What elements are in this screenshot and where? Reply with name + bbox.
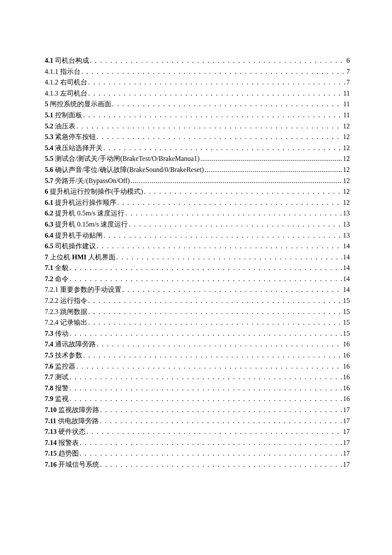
toc-entry-title: 开城信号系统 [58, 461, 100, 468]
toc-entry-title: 报警表 [58, 439, 80, 446]
toc-entry-number: 7.8 [45, 385, 55, 392]
toc-entry: 7.8 报警16 [45, 385, 350, 396]
toc-entry-page: 11 [343, 112, 350, 119]
toc-leader-dots [83, 112, 343, 119]
toc-entry-title: 测试合/测试关/手动闸(BrakeTest/O/BrakeManua1) [55, 155, 200, 162]
toc-entry: 5.6 确认声音/零位/确认故障(BrakeSound/0/BrakeReset… [45, 166, 350, 177]
toc-leader-dots [125, 210, 342, 217]
toc-entry: 6.5 司机操作建议14 [45, 243, 350, 254]
toc-entry-page: 17 [342, 450, 350, 457]
toc-entry: 7.5 技术参数16 [45, 352, 350, 363]
toc-entry-number: 7.10 [45, 407, 58, 413]
toc-entry: 7.10 监视故障旁路17 [45, 407, 350, 418]
toc-entry-title: 监视故障旁路 [58, 407, 100, 413]
toc-leader-dots [86, 428, 342, 435]
toc-entry-number: 7.3 [45, 330, 55, 337]
toc-entry-title: 司机操作建议 [55, 243, 97, 250]
toc-leader-dots [144, 188, 342, 195]
toc-leader-dots [69, 264, 342, 271]
toc-entry-number: 7.11 [45, 418, 58, 424]
toc-entry: 7.13 硬件状态17 [45, 428, 350, 439]
toc-leader-dots [112, 101, 343, 108]
toc-entry: 7.9 监视16 [45, 395, 350, 407]
toc-entry: 7.16 开城信号系统17 [45, 461, 350, 472]
toc-entry: 4.1.1 指示台7 [45, 68, 350, 79]
toc-entry-title: 液压站选择开关 [55, 145, 104, 151]
toc-entry-number: 5 [45, 101, 50, 108]
toc-entry: 4.1.2 右司机台7 [45, 79, 350, 90]
toc-entry-title: 测试 [55, 374, 69, 381]
toc-entry-title: 控制面板 [55, 112, 83, 119]
toc-entry: 7.2.4 记录输出15 [45, 319, 350, 330]
toc-leader-dots [69, 395, 342, 402]
toc-entry-title: 提升机手动贴闸 [55, 232, 104, 239]
toc-entry-number: 7.6 [45, 363, 55, 370]
toc-leader-dots [104, 232, 342, 239]
toc-entry-number: 6.4 [45, 232, 55, 239]
toc-entry: 5.5 测试合/测试关/手动闸(BrakeTest/O/BrakeManua1)… [45, 155, 350, 166]
toc-leader-dots [88, 297, 342, 304]
toc-entry-title: 提升机 0.15m/s 速度运行 [55, 221, 129, 228]
toc-entry-title: 旁路开/关/(BypassOn/Off) [55, 177, 131, 184]
toc-entry: 7.4 通讯故障旁路16 [45, 341, 350, 352]
toc-entry-title: 提升机运行操作顺序 [55, 199, 117, 206]
toc-entry-title: 监控器 [55, 363, 76, 370]
toc-leader-dots [97, 134, 342, 140]
toc-entry-number: 7.15 [45, 450, 58, 457]
toc-entry-number: 5.2 [45, 123, 55, 130]
toc-leader-dots [100, 418, 342, 424]
toc-entry-number: 7.2.2 [45, 297, 60, 304]
toc-entry-title: 趋势图 [58, 450, 80, 457]
toc-entry-title: 右司机台 [60, 79, 88, 86]
toc-leader-dots [76, 123, 342, 130]
toc-leader-dots [97, 243, 342, 250]
toc-entry-title: 提升机 0.5m/s 速度运行 [55, 210, 125, 217]
toc-entry-number: 4.1.3 [45, 90, 60, 97]
toc-entry: 4.1 司机台构成6 [45, 57, 350, 68]
toc-entry-title: 命令 [55, 276, 69, 282]
toc-entry-page: 7 [346, 79, 350, 86]
toc-entry-title: 左司机台 [60, 90, 88, 97]
toc-entry-page: 12 [342, 145, 350, 151]
toc-entry: 6.1 提升机运行操作顺序12 [45, 199, 350, 210]
toc-entry-title: 确认声音/零位/确认故障(BrakeSound/0/BrakeReset) [55, 166, 205, 173]
toc-entry-title: 供电故障旁路 [58, 418, 100, 424]
toc-leader-dots [88, 90, 343, 97]
toc-entry: 7.1 全貌14 [45, 264, 350, 276]
toc-entry: 6.4 提升机手动贴闸13 [45, 232, 350, 243]
toc-entry-page: 12 [342, 177, 350, 184]
toc-entry-number: 7.13 [45, 428, 58, 435]
toc-entry-page: 15 [342, 330, 350, 337]
toc-entry-number: 5.6 [45, 166, 55, 173]
toc-entry-number: 7.2 [45, 276, 55, 282]
toc-entry: 5.4 液压站选择开关12 [45, 145, 350, 156]
toc-entry-page: 14 [342, 243, 350, 250]
toc-entry-page: 16 [342, 352, 350, 359]
toc-entry-number: 5.4 [45, 145, 55, 151]
toc-entry-number: 7.9 [45, 395, 55, 402]
toc-leader-dots [104, 145, 342, 151]
toc-entry-page: 12 [342, 199, 350, 206]
toc-leader-dots [69, 385, 342, 392]
toc-entry: 7.3 传动15 [45, 330, 350, 341]
toc-entry: 5.1 控制面板11 [45, 112, 350, 123]
toc-leader-dots [117, 199, 342, 206]
toc-entry-page: 16 [342, 341, 350, 348]
toc-leader-dots [83, 352, 342, 359]
toc-entry-number: 7.7 [45, 374, 55, 381]
toc-entry-page: 17 [342, 418, 350, 424]
toc-leader-dots [100, 407, 342, 413]
toc-entry-page: 13 [342, 210, 350, 217]
toc-entry: 5.3 紧急停车按钮12 [45, 134, 350, 145]
toc-entry: 7.2.2 运行指令15 [45, 297, 350, 308]
toc-entry-title: 指示台 [60, 68, 81, 75]
toc-entry-number: 7.14 [45, 439, 58, 446]
toc-leader-dots [80, 439, 342, 446]
table-of-contents: 4.1 司机台构成64.1.1 指示台74.1.2 右司机台74.1.3 左司机… [45, 57, 350, 472]
toc-leader-dots [200, 155, 342, 162]
toc-entry: 7.2.1 重要参数的手动设置14 [45, 286, 350, 297]
toc-entry-page: 14 [342, 276, 350, 282]
toc-entry: 4.1.3 左司机台11 [45, 90, 350, 101]
toc-entry-number: 7.5 [45, 352, 55, 359]
document-page: 4.1 司机台构成64.1.1 指示台74.1.2 右司机台74.1.3 左司机… [0, 0, 392, 555]
